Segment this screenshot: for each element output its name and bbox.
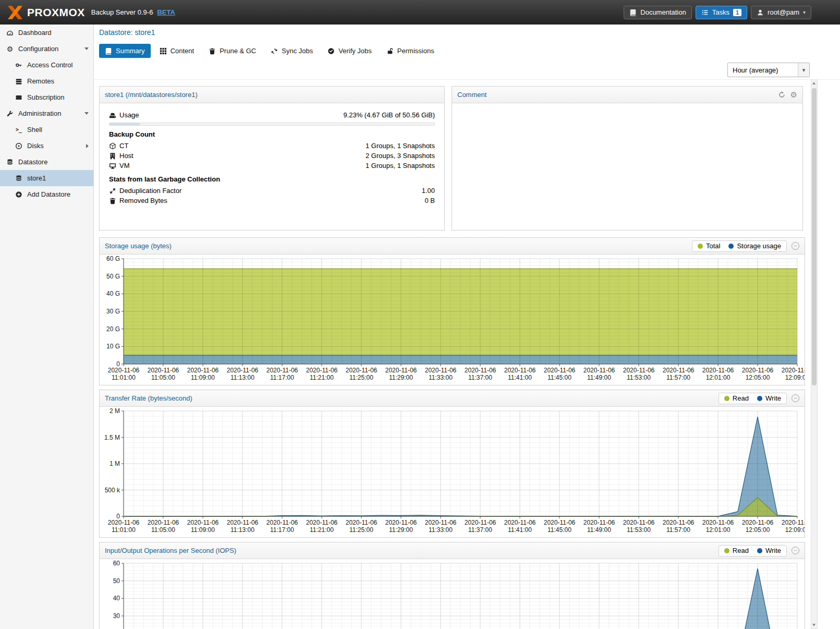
sidebar-item-shell[interactable]: >_ Shell: [0, 122, 93, 138]
tab-label: Permissions: [397, 47, 434, 55]
database-icon: [5, 159, 15, 166]
legend-label: Write: [765, 394, 781, 402]
backup-count-heading: Backup Count: [109, 130, 435, 138]
proxmox-logo: PROXMOX: [6, 6, 85, 19]
svg-text:12:09:00: 12:09:00: [785, 374, 805, 381]
read-series-dot: [724, 396, 729, 401]
sidebar-item-subscription[interactable]: Subscription: [0, 89, 93, 105]
scroll-down-arrow-icon[interactable]: [812, 624, 815, 626]
sidebar-item-administration[interactable]: Administration: [0, 105, 93, 122]
refresh-icon[interactable]: [778, 91, 786, 99]
svg-text:2020-11-06: 2020-11-06: [504, 519, 536, 526]
sidebar-item-label: Dashboard: [18, 29, 52, 37]
expand-arrow-icon[interactable]: [86, 144, 89, 148]
svg-text:2020-11-06: 2020-11-06: [266, 519, 298, 526]
svg-text:11:09:00: 11:09:00: [191, 374, 215, 381]
book-icon: [629, 9, 637, 16]
book-icon: [105, 47, 112, 55]
sidebar-item-label: Remotes: [27, 77, 54, 85]
comment-body: [452, 103, 802, 117]
legend-item-write[interactable]: Write: [757, 547, 781, 554]
usage-progress-bar: [109, 123, 435, 126]
svg-text:12:01:00: 12:01:00: [706, 374, 731, 381]
beta-link[interactable]: BETA: [157, 8, 175, 16]
write-series-dot: [757, 396, 762, 401]
svg-text:2020-11-06: 2020-11-06: [306, 367, 338, 374]
legend-item-total[interactable]: Total: [698, 242, 720, 250]
tab-prune-gc[interactable]: Prune & GC: [203, 44, 262, 58]
user-menu-button[interactable]: root@pam ▾: [751, 6, 811, 19]
scrollbar-thumb[interactable]: [812, 88, 817, 385]
check-circle-icon: [327, 47, 335, 55]
chart-legend: Total Storage usage: [692, 240, 787, 252]
legend-item-read[interactable]: Read: [724, 547, 749, 554]
tab-permissions[interactable]: Permissions: [381, 44, 440, 58]
removed-bytes-value: 0 B: [424, 197, 435, 204]
task-list-icon: [701, 9, 709, 16]
svg-text:11:41:00: 11:41:00: [508, 526, 532, 534]
gear-icon[interactable]: ⚙: [790, 91, 797, 99]
chart-legend: Read Write: [719, 393, 787, 404]
legend-item-write[interactable]: Write: [757, 394, 781, 402]
sidebar-item-label: Datastore: [18, 158, 47, 166]
svg-text:2020-11-06: 2020-11-06: [544, 367, 576, 374]
legend-label: Read: [733, 547, 749, 554]
svg-text:2020-11-06: 2020-11-06: [504, 367, 536, 374]
legend-item-read[interactable]: Read: [724, 394, 749, 402]
ticket-icon: [14, 94, 23, 101]
sidebar-item-add-datastore[interactable]: Add Datastore: [0, 186, 93, 202]
sidebar-item-access-control[interactable]: Access Control: [0, 57, 93, 73]
svg-text:2020-11-06: 2020-11-06: [187, 367, 219, 374]
transfer-rate-chart: 2020-11-0611:01:002020-11-0611:05:002020…: [100, 407, 805, 537]
collapse-panel-icon[interactable]: −: [792, 547, 799, 554]
tab-summary[interactable]: Summary: [99, 44, 151, 58]
tasks-count-badge: 1: [733, 9, 741, 16]
storage-usage-series-dot: [728, 244, 734, 249]
sidebar-item-label: Add Datastore: [27, 190, 70, 198]
svg-text:2020-11-06: 2020-11-06: [742, 367, 774, 374]
svg-text:1 M: 1 M: [109, 460, 120, 467]
sidebar-item-store1[interactable]: store1: [0, 170, 93, 186]
iops-chart-panel: Input/Output Operations per Second (IOPS…: [99, 542, 805, 629]
usage-label: Usage: [119, 111, 139, 119]
svg-text:2020-11-06: 2020-11-06: [465, 519, 496, 526]
tab-verify-jobs[interactable]: Verify Jobs: [322, 44, 378, 58]
sidebar-item-configuration[interactable]: ⚙ Configuration: [0, 41, 93, 57]
sidebar-nav: Dashboard ⚙ Configuration Access Control…: [0, 25, 94, 629]
svg-text:11:17:00: 11:17:00: [270, 526, 294, 534]
transfer-rate-chart-panel: Transfer Rate (bytes/second) Read Write …: [99, 390, 805, 538]
svg-text:40: 40: [113, 595, 120, 602]
collapse-arrow-icon[interactable]: [84, 47, 89, 50]
svg-text:2020-11-06: 2020-11-06: [108, 367, 140, 374]
tab-label: Prune & GC: [220, 47, 256, 55]
scroll-up-arrow-icon[interactable]: [812, 82, 815, 84]
svg-text:60: 60: [113, 560, 120, 567]
collapse-panel-icon[interactable]: −: [792, 242, 799, 250]
gc-stats-heading: Stats from last Garbage Collection: [109, 175, 435, 183]
sidebar-item-dashboard[interactable]: Dashboard: [0, 25, 93, 41]
tasks-button[interactable]: Tasks 1: [696, 6, 747, 19]
chevron-down-icon: ▾: [798, 63, 809, 77]
brand-text: PROXMOX: [27, 6, 85, 19]
sidebar-item-datastore[interactable]: Datastore: [0, 154, 93, 170]
removed-bytes-label: Removed Bytes: [119, 197, 167, 204]
collapse-panel-icon[interactable]: −: [792, 394, 799, 402]
svg-text:2 M: 2 M: [109, 407, 120, 415]
vm-label: VM: [119, 162, 130, 170]
tab-sync-jobs[interactable]: Sync Jobs: [265, 44, 319, 58]
trash-icon: [209, 47, 216, 55]
ct-label: CT: [119, 142, 128, 150]
svg-text:11:37:00: 11:37:00: [468, 526, 492, 534]
legend-item-storage-usage[interactable]: Storage usage: [728, 242, 781, 250]
svg-text:11:13:00: 11:13:00: [230, 526, 254, 534]
collapse-arrow-icon[interactable]: [84, 112, 89, 115]
documentation-button[interactable]: Documentation: [624, 6, 691, 19]
svg-text:2020-11-06: 2020-11-06: [623, 519, 655, 526]
svg-text:2020-11-06: 2020-11-06: [346, 519, 378, 526]
sidebar-item-remotes[interactable]: Remotes: [0, 73, 93, 89]
tab-content[interactable]: Content: [154, 44, 200, 58]
sidebar-item-label: Disks: [27, 142, 44, 150]
vertical-scrollbar[interactable]: [811, 79, 818, 629]
sidebar-item-disks[interactable]: Disks: [0, 138, 93, 154]
time-range-select[interactable]: Hour (average) ▾: [727, 63, 810, 77]
